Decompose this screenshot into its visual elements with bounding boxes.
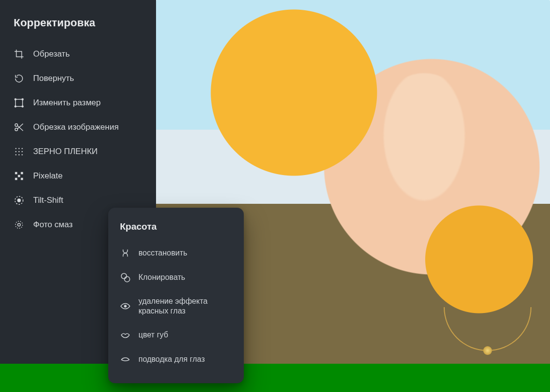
beauty-lipcolor[interactable]: цвет губ <box>120 323 232 347</box>
svg-rect-19 <box>15 178 18 180</box>
rotate-icon <box>14 73 24 84</box>
bottom-strip <box>0 364 550 392</box>
svg-rect-18 <box>18 175 20 177</box>
tiltshift-icon <box>14 195 24 206</box>
redeye-icon <box>120 301 131 312</box>
tool-label: Обрезать <box>33 49 70 59</box>
tool-label: Обрезка изображения <box>33 122 118 132</box>
tool-grain[interactable]: ЗЕРНО ПЛЕНКИ <box>14 139 142 164</box>
svg-point-26 <box>124 276 130 282</box>
svg-point-10 <box>15 151 16 152</box>
eyeliner-icon <box>120 354 131 365</box>
svg-point-8 <box>19 148 20 149</box>
svg-point-7 <box>15 148 16 149</box>
tool-cutout[interactable]: Обрезка изображения <box>14 115 142 139</box>
tool-label: Изменить размер <box>33 98 101 108</box>
lips-icon <box>120 330 131 340</box>
svg-point-9 <box>21 148 22 149</box>
clone-icon <box>120 272 131 283</box>
blur-icon <box>14 219 24 230</box>
svg-point-13 <box>15 154 16 155</box>
svg-point-15 <box>21 154 22 155</box>
resize-icon <box>14 98 24 108</box>
svg-point-12 <box>21 151 22 152</box>
beauty-label: цвет губ <box>138 330 168 340</box>
beauty-label: подводка для глаз <box>138 354 205 364</box>
beauty-clone[interactable]: Клонировать <box>120 265 232 290</box>
cut-icon <box>14 122 24 133</box>
svg-point-25 <box>121 274 127 279</box>
tool-pixelate[interactable]: Pixelate <box>14 164 142 188</box>
beauty-heal[interactable]: восстановить <box>120 241 232 265</box>
tool-crop[interactable]: Обрезать <box>14 42 142 66</box>
pixelate-icon <box>14 171 24 181</box>
tool-label: Tilt-Shift <box>33 196 63 205</box>
beauty-eyeliner[interactable]: подводка для глаз <box>120 347 232 372</box>
svg-rect-16 <box>15 172 18 175</box>
tool-label: ЗЕРНО ПЛЕНКИ <box>33 147 98 157</box>
crop-icon <box>14 49 24 59</box>
beauty-label: удаление эффекта красных глаз <box>138 296 232 316</box>
app-stage: Корректировка Обрезать Повернуть Изменит… <box>0 0 550 392</box>
beauty-panel-title: Красота <box>120 221 232 232</box>
tool-label: Pixelate <box>33 171 62 181</box>
beauty-redeye[interactable]: удаление эффекта красных глаз <box>120 290 232 323</box>
necklace-decoration <box>444 307 531 351</box>
heal-icon <box>120 248 131 258</box>
tool-label: Фото смаз <box>33 220 73 230</box>
tool-rotate[interactable]: Повернуть <box>14 66 142 91</box>
tool-resize[interactable]: Изменить размер <box>14 91 142 115</box>
beauty-panel: Красота восстановить Клонировать удалени… <box>108 208 244 383</box>
svg-point-24 <box>16 221 23 229</box>
svg-point-27 <box>124 305 127 308</box>
svg-point-23 <box>18 223 20 226</box>
svg-point-14 <box>19 154 20 155</box>
beauty-tool-list: восстановить Клонировать удаление эффект… <box>120 241 232 372</box>
adjust-panel-title: Корректировка <box>14 17 142 29</box>
svg-point-21 <box>17 198 20 202</box>
svg-rect-17 <box>21 172 23 175</box>
tool-label: Повернуть <box>33 74 74 83</box>
grain-icon <box>14 146 24 157</box>
beauty-label: восстановить <box>138 248 187 258</box>
svg-rect-20 <box>21 178 23 180</box>
svg-point-11 <box>19 151 20 152</box>
beauty-label: Клонировать <box>138 273 185 282</box>
svg-rect-0 <box>16 99 23 107</box>
